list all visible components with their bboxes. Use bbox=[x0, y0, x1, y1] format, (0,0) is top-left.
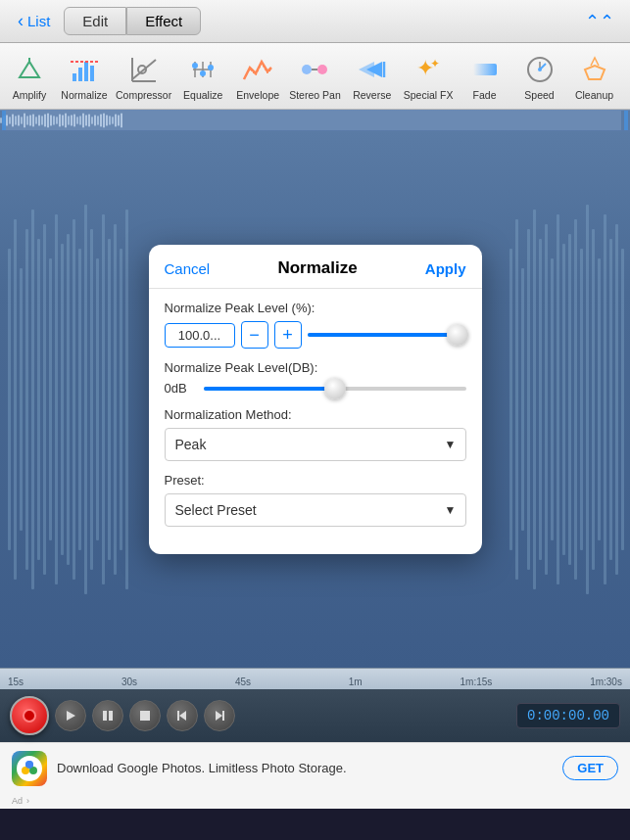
back-button[interactable]: ‹ List bbox=[8, 7, 60, 35]
cancel-button[interactable]: Cancel bbox=[165, 260, 211, 277]
skip-forward-button[interactable] bbox=[204, 700, 235, 731]
timeline-mark-3: 1m bbox=[349, 677, 363, 687]
svg-rect-124 bbox=[140, 711, 150, 721]
top-nav: ‹ List Edit Effect ⌃⌃ bbox=[0, 0, 630, 43]
timeline: 15s 30s 45s 1m 1m:15s 1m:30s bbox=[0, 668, 630, 689]
peak-db-slider-thumb[interactable] bbox=[324, 378, 346, 399]
record-dot-icon bbox=[23, 709, 36, 723]
svg-rect-122 bbox=[103, 711, 107, 721]
tool-stereo-pan[interactable]: Stereo Pan bbox=[285, 50, 345, 103]
record-button[interactable] bbox=[10, 696, 49, 735]
peak-level-slider-track bbox=[308, 333, 466, 337]
ad-logo-icon bbox=[12, 751, 47, 786]
method-label: Normalization Method: bbox=[165, 407, 466, 422]
tool-compressor[interactable]: Compressor bbox=[112, 50, 175, 103]
svg-point-18 bbox=[208, 65, 214, 70]
svg-marker-125 bbox=[179, 711, 186, 721]
ad-get-button[interactable]: GET bbox=[562, 756, 618, 780]
equalize-icon bbox=[185, 52, 220, 87]
dialog-body: Normalize Peak Level (%): − + Normalize … bbox=[149, 289, 482, 554]
tool-reverse[interactable]: Reverse bbox=[345, 50, 400, 103]
skip-forward-icon bbox=[213, 709, 226, 723]
svg-rect-78 bbox=[624, 111, 628, 130]
preset-select-wrapper: Select Preset ▼ bbox=[165, 493, 466, 527]
tab-group: Edit Effect bbox=[64, 7, 201, 35]
reverse-icon bbox=[355, 52, 390, 87]
compressor-icon bbox=[126, 52, 162, 87]
method-select[interactable]: Peak RMS Loudness bbox=[165, 428, 466, 461]
method-select-wrapper: Peak RMS Loudness ▼ bbox=[165, 428, 466, 461]
svg-rect-5 bbox=[84, 62, 88, 81]
rewind-start-icon bbox=[175, 709, 189, 723]
pause-button[interactable] bbox=[92, 700, 123, 731]
tool-special-fx[interactable]: ✦ ✦ Special FX bbox=[400, 50, 458, 103]
svg-marker-0 bbox=[20, 62, 39, 77]
waveform-overview bbox=[0, 110, 630, 131]
svg-rect-6 bbox=[90, 66, 94, 81]
tab-effect[interactable]: Effect bbox=[126, 7, 201, 35]
increment-button[interactable]: + bbox=[274, 321, 302, 349]
preset-field: Preset: Select Preset ▼ bbox=[165, 473, 466, 527]
normalize-dialog: Cancel Normalize Apply Normalize Peak Le… bbox=[149, 245, 482, 554]
collapse-button[interactable]: ⌃⌃ bbox=[577, 7, 622, 36]
svg-rect-4 bbox=[78, 68, 82, 81]
preset-label: Preset: bbox=[165, 473, 466, 488]
svg-line-8 bbox=[132, 60, 156, 79]
timeline-mark-2: 45s bbox=[235, 677, 251, 687]
tool-speed[interactable]: Speed bbox=[512, 50, 567, 103]
speed-label: Speed bbox=[524, 89, 554, 101]
svg-rect-34 bbox=[0, 117, 2, 122]
ad-text: Download Google Photos. Limitless Photo … bbox=[57, 761, 553, 775]
compressor-label: Compressor bbox=[116, 89, 171, 101]
peak-level-slider-thumb[interactable] bbox=[447, 324, 468, 346]
cleanup-icon bbox=[577, 52, 612, 87]
amplify-icon bbox=[12, 52, 47, 87]
playback-bar: 0:00:00.00 bbox=[0, 689, 630, 742]
tool-normalize[interactable]: Normalize bbox=[57, 50, 112, 103]
db-value-label: 0dB bbox=[165, 381, 196, 396]
peak-level-slider-fill bbox=[308, 333, 466, 337]
special-fx-icon: ✦ ✦ bbox=[411, 52, 446, 87]
rewind-start-button[interactable] bbox=[167, 700, 198, 731]
normalize-icon bbox=[67, 52, 102, 87]
peak-level-label: Normalize Peak Level (%): bbox=[165, 301, 466, 315]
timeline-mark-4: 1m:15s bbox=[460, 677, 493, 687]
tool-fade[interactable]: Fade bbox=[458, 50, 512, 103]
ad-footer: Ad › bbox=[0, 793, 630, 809]
peak-db-field: Normalize Peak Level(DB): 0dB bbox=[165, 360, 466, 396]
apply-button[interactable]: Apply bbox=[425, 260, 466, 277]
tab-edit[interactable]: Edit bbox=[64, 7, 126, 35]
peak-level-field: Normalize Peak Level (%): − + bbox=[165, 301, 466, 349]
peak-level-controls: − + bbox=[165, 321, 466, 349]
svg-rect-77 bbox=[2, 111, 6, 130]
svg-point-19 bbox=[302, 65, 312, 74]
stop-button[interactable] bbox=[129, 700, 161, 731]
ad-banner: Download Google Photos. Limitless Photo … bbox=[0, 742, 630, 793]
svg-point-133 bbox=[25, 761, 33, 769]
peak-db-label: Normalize Peak Level(DB): bbox=[165, 360, 466, 375]
special-fx-label: Special FX bbox=[404, 89, 454, 101]
preset-select[interactable]: Select Preset bbox=[165, 493, 466, 527]
svg-marker-23 bbox=[359, 62, 374, 77]
tool-cleanup[interactable]: Cleanup bbox=[567, 50, 622, 103]
speed-icon bbox=[522, 52, 557, 87]
timeline-mark-5: 1m:30s bbox=[590, 677, 622, 687]
play-button[interactable] bbox=[55, 700, 86, 731]
envelope-label: Envelope bbox=[236, 89, 279, 101]
tool-amplify[interactable]: Amplify bbox=[2, 50, 57, 103]
tool-envelope[interactable]: Envelope bbox=[230, 50, 285, 103]
timeline-marks: 15s 30s 45s 1m 1m:15s 1m:30s bbox=[8, 677, 622, 687]
stop-icon bbox=[138, 709, 152, 723]
svg-point-31 bbox=[538, 68, 542, 71]
fade-icon bbox=[467, 52, 503, 87]
svg-point-20 bbox=[317, 65, 327, 74]
peak-level-input[interactable] bbox=[165, 323, 235, 348]
svg-rect-123 bbox=[109, 711, 113, 721]
stereo-pan-label: Stereo Pan bbox=[289, 89, 341, 101]
stereo-pan-icon bbox=[297, 52, 332, 87]
envelope-icon bbox=[240, 52, 275, 87]
tool-equalize[interactable]: Equalize bbox=[175, 50, 230, 103]
play-icon bbox=[64, 709, 77, 723]
equalize-label: Equalize bbox=[183, 89, 222, 101]
decrement-button[interactable]: − bbox=[241, 321, 268, 349]
